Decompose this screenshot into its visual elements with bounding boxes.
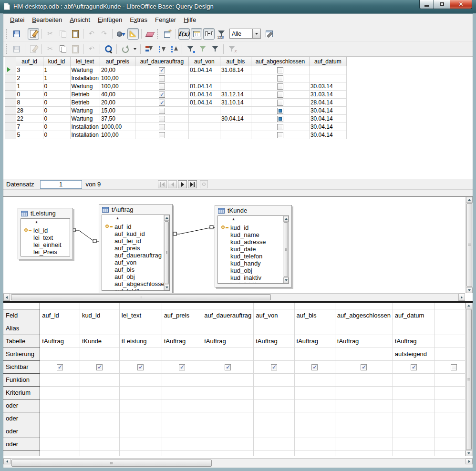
cell[interactable] xyxy=(80,412,119,425)
cell[interactable] xyxy=(335,399,393,412)
cell[interactable] xyxy=(119,438,162,451)
cell[interactable]: 31.08.14 xyxy=(220,66,251,74)
cell[interactable] xyxy=(202,373,254,386)
menu-einfuegen[interactable]: Einfügen xyxy=(94,14,126,25)
cell[interactable] xyxy=(254,348,294,360)
cell[interactable]: 20,00 xyxy=(100,98,135,106)
scroll-up-button[interactable] xyxy=(466,197,473,203)
cell[interactable]: 01.04.14 xyxy=(188,66,220,74)
cell[interactable] xyxy=(80,386,119,399)
menu-datei[interactable]: Datei xyxy=(6,14,28,25)
alias-button[interactable] xyxy=(203,28,215,40)
visible-checkbox[interactable] xyxy=(271,364,277,370)
checkbox[interactable] xyxy=(159,83,165,90)
grid-horizontal-scrollbar[interactable] xyxy=(3,458,473,468)
cut-button[interactable]: ✂ xyxy=(44,43,56,55)
cell[interactable] xyxy=(40,322,80,335)
table-window-tkunde[interactable]: tKunde * kud_id kud_name kud_adresse kud… xyxy=(215,205,292,287)
visible-checkbox[interactable] xyxy=(179,364,185,370)
limit-button[interactable]: 123! xyxy=(216,28,227,40)
run-query-button[interactable] xyxy=(115,28,126,40)
clear-query-button[interactable] xyxy=(144,28,155,40)
column-header[interactable]: auf_von xyxy=(188,57,220,66)
cell[interactable] xyxy=(202,438,254,451)
visible-checkbox[interactable] xyxy=(411,364,417,370)
cell[interactable] xyxy=(294,412,335,425)
field-item[interactable]: * xyxy=(218,217,289,224)
cell[interactable]: 7 xyxy=(16,123,43,131)
cell[interactable] xyxy=(119,412,162,425)
field-item[interactable]: kud_telefon xyxy=(218,253,289,260)
cell[interactable] xyxy=(335,412,393,425)
limit-select[interactable]: Alle xyxy=(229,29,261,39)
cell[interactable]: 30.04.14 xyxy=(309,123,346,131)
scrollbar-thumb[interactable] xyxy=(11,294,271,300)
scroll-up-button[interactable] xyxy=(164,215,169,221)
checkbox[interactable] xyxy=(277,83,283,90)
cell[interactable]: 5 xyxy=(16,131,43,139)
query-properties-button[interactable] xyxy=(263,28,275,40)
cell[interactable] xyxy=(162,438,202,451)
field-item[interactable]: auf_obj xyxy=(102,273,169,280)
cell[interactable]: tAuftrag xyxy=(294,335,335,348)
cell[interactable]: 01.04.14 xyxy=(188,82,220,90)
field-item[interactable]: auf_feld1 xyxy=(102,287,169,291)
cell[interactable]: 2 xyxy=(16,74,43,82)
checkbox[interactable] xyxy=(277,108,283,114)
cell[interactable]: 28.04.14 xyxy=(309,98,346,106)
cell[interactable] xyxy=(393,412,435,425)
sort-button[interactable] xyxy=(143,43,155,55)
field-item[interactable]: kud_obj xyxy=(218,267,289,274)
checkbox[interactable] xyxy=(277,132,283,138)
cell[interactable] xyxy=(335,348,393,360)
column-header[interactable]: auf_preis xyxy=(100,57,135,66)
cell[interactable] xyxy=(393,373,435,386)
edit-button[interactable] xyxy=(28,28,39,40)
cell[interactable]: kud_id xyxy=(80,309,119,322)
field-item[interactable]: * xyxy=(102,216,169,223)
checkbox[interactable] xyxy=(159,67,165,73)
cell[interactable]: 30.04.14 xyxy=(309,114,346,123)
cell[interactable] xyxy=(162,348,202,360)
cell[interactable] xyxy=(80,399,119,412)
cell[interactable] xyxy=(335,322,393,335)
field-item[interactable]: lei_text xyxy=(21,234,70,241)
checkbox[interactable] xyxy=(277,75,283,82)
last-record-button[interactable] xyxy=(188,180,197,188)
cell[interactable]: 1 xyxy=(43,66,70,74)
cell[interactable]: tAuftrag xyxy=(202,335,254,348)
table-scrollbar[interactable] xyxy=(283,216,289,283)
cell[interactable]: auf_abgeschlossen xyxy=(335,309,393,322)
checkbox[interactable] xyxy=(159,116,165,122)
cell[interactable] xyxy=(220,74,251,82)
cell[interactable]: Wartung xyxy=(70,114,100,123)
cell[interactable] xyxy=(393,322,435,335)
cell[interactable] xyxy=(80,438,119,451)
column-header[interactable]: lei_text xyxy=(70,57,100,66)
cell[interactable] xyxy=(202,425,254,438)
cell[interactable] xyxy=(393,438,435,451)
close-button[interactable]: ✕ xyxy=(450,0,472,9)
cell[interactable] xyxy=(162,322,202,335)
row-selector[interactable] xyxy=(5,131,16,139)
cell[interactable]: 01.04.14 xyxy=(188,98,220,106)
cell[interactable]: auf_datum xyxy=(393,309,435,322)
cell[interactable]: 1000,00 xyxy=(100,123,135,131)
visible-checkbox[interactable] xyxy=(96,364,103,370)
cell[interactable] xyxy=(254,373,294,386)
cell[interactable] xyxy=(294,425,335,438)
cell[interactable]: tAuftrag xyxy=(393,335,435,348)
cell[interactable]: Installation xyxy=(70,123,100,131)
cell[interactable]: 0 xyxy=(43,131,70,139)
cell[interactable] xyxy=(220,123,251,131)
field-item[interactable]: auf_preis xyxy=(102,245,169,252)
checkbox[interactable] xyxy=(277,100,283,106)
apply-filter-button[interactable] xyxy=(197,43,208,55)
scroll-down-button[interactable] xyxy=(466,451,472,456)
cell[interactable]: 100,00 xyxy=(100,74,135,82)
checkbox[interactable] xyxy=(277,92,283,98)
field-item[interactable]: auf_id xyxy=(102,223,169,230)
cell[interactable] xyxy=(220,106,251,114)
find-record-button[interactable] xyxy=(103,43,114,55)
column-header[interactable]: kud_id xyxy=(43,57,70,66)
